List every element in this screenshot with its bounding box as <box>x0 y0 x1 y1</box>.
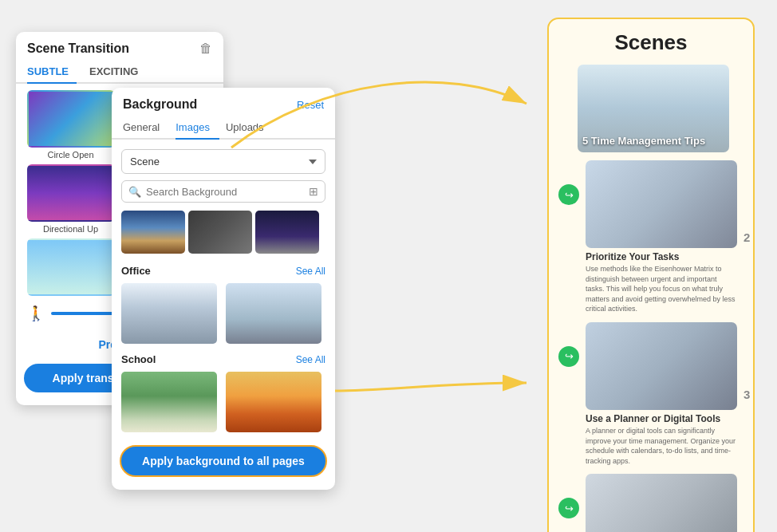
school-grid <box>112 368 335 439</box>
scene-thumb-wrap-3: Use a Planner or Digital Tools A planner… <box>586 322 737 466</box>
arrow-bg-to-scene3 <box>335 383 527 391</box>
apply-background-button[interactable]: Apply background to all pages <box>120 445 327 477</box>
reset-link[interactable]: Reset <box>297 99 324 111</box>
school-section-header: School See All <box>112 350 335 368</box>
search-icon: 🔍 <box>128 186 141 198</box>
walk-icon: 🚶 <box>27 305 45 322</box>
transition-thumb-directional-up <box>27 164 115 222</box>
scene-thumb-wrap-2: Prioritize Your Tasks Use methods like t… <box>586 160 737 314</box>
school-section-title: School <box>121 353 156 365</box>
trash-icon[interactable]: 🗑 <box>199 41 212 56</box>
scene-thumb-4[interactable] <box>586 474 737 532</box>
scene-thumb-1[interactable]: 5 Time Management Tips <box>578 65 729 152</box>
scene-info-title-3: Use a Planner or Digital Tools <box>586 413 737 424</box>
scene-icon-4: ↪ <box>565 502 574 514</box>
school-thumb-2[interactable] <box>226 372 321 432</box>
scene-thumb-2[interactable] <box>586 160 737 248</box>
scene-info-2: Prioritize Your Tasks Use methods like t… <box>586 248 737 314</box>
bg-panel-title: Background <box>123 97 197 112</box>
bg-images-strip <box>112 211 335 254</box>
strip-thumb-abstract[interactable] <box>188 211 252 254</box>
tab-subtle[interactable]: SUBTLE <box>27 61 77 84</box>
scene-icon-2: ↪ <box>565 189 574 201</box>
scene-item-2: ↪ Prioritize Your Tasks Use methods like… <box>558 160 743 314</box>
transition-tabs-row: SUBTLE EXCITING <box>16 61 223 84</box>
school-thumb-1[interactable] <box>121 372 217 432</box>
scene-info-desc-3: A planner or digital tools can significa… <box>586 426 737 466</box>
scene-icon-3: ↪ <box>565 350 574 362</box>
scene-info-title-2: Prioritize Your Tasks <box>586 251 737 262</box>
tab-general[interactable]: General <box>123 116 169 140</box>
transition-label-directional-up: Directional Up <box>43 224 98 234</box>
scene-info-desc-2: Use methods like the Eisenhower Matrix t… <box>586 264 737 314</box>
scene-thumb-overlay-1: 5 Time Management Tips <box>582 133 724 148</box>
transition-item-5[interactable] <box>24 238 117 298</box>
office-thumb-2[interactable] <box>226 283 321 344</box>
transition-item-directional-up[interactable]: Directional Up <box>24 164 117 234</box>
grid-icon[interactable]: ⊞ <box>309 185 318 198</box>
panel-header: Scene Transition 🗑 <box>16 32 223 61</box>
office-section-header: Office See All <box>112 262 335 280</box>
panel-title: Scene Transition <box>27 41 129 56</box>
scene-number-2: 2 <box>743 231 756 244</box>
office-grid <box>112 280 335 350</box>
scene-thumb-wrap-1: 5 Time Management Tips <box>578 65 743 152</box>
scene-info-3: Use a Planner or Digital Tools A planner… <box>586 410 737 466</box>
strip-thumb-space[interactable] <box>255 211 319 254</box>
office-thumb-1[interactable] <box>121 283 217 344</box>
tab-uploads[interactable]: Uploads <box>226 116 274 140</box>
scenes-panel: Scenes 5 Time Management Tips ↪ Prioriti… <box>547 18 755 532</box>
scene-thumb-wrap-4: Avoid Multitasking Focus on one task at … <box>586 474 743 532</box>
scene-icon-btn-4[interactable]: ↪ <box>558 498 579 518</box>
scene-dropdown[interactable]: Scene All Pages <box>121 149 325 174</box>
transition-thumb-5 <box>27 238 115 296</box>
scene-thumb-3[interactable] <box>586 322 737 410</box>
scene-number-3: 3 <box>743 388 756 401</box>
transition-item-circle-open[interactable]: Circle Open <box>24 90 117 160</box>
search-input[interactable] <box>146 186 304 198</box>
tab-images[interactable]: Images <box>176 116 219 140</box>
strip-thumb-nature[interactable] <box>121 211 185 254</box>
scenes-title: Scenes <box>558 30 743 55</box>
office-see-all[interactable]: See All <box>296 266 325 277</box>
scene-item-1: 5 Time Management Tips <box>558 65 743 152</box>
scene-number-1 <box>558 65 571 87</box>
search-row: 🔍 ⊞ <box>121 180 325 203</box>
bg-tabs-row: General Images Uploads <box>112 116 335 140</box>
scene-item-3: ↪ Use a Planner or Digital Tools A plann… <box>558 322 743 466</box>
bg-panel-header: Background Reset <box>112 88 335 116</box>
transition-label-circle-open: Circle Open <box>47 150 93 160</box>
tab-exciting[interactable]: EXCITING <box>89 61 146 84</box>
background-panel: Background Reset General Images Uploads … <box>112 88 335 490</box>
office-section-title: Office <box>121 265 151 277</box>
school-see-all[interactable]: See All <box>296 354 325 365</box>
scene-item-4: ↪ Avoid Multitasking Focus on one task a… <box>558 474 743 532</box>
transition-thumb-circle-open <box>27 90 115 148</box>
scene-icon-btn-3[interactable]: ↪ <box>558 346 579 367</box>
scene-thumb-text-1: 5 Time Management Tips <box>582 135 705 147</box>
scene-icon-btn-2[interactable]: ↪ <box>558 184 579 205</box>
